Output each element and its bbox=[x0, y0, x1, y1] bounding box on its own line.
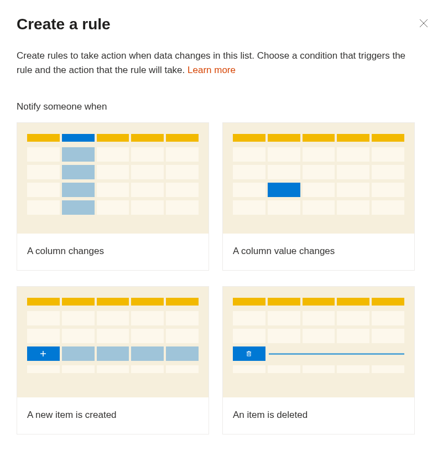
svg-rect-4 bbox=[247, 352, 251, 356]
card-item-deleted[interactable]: An item is deleted bbox=[222, 286, 415, 434]
plus-icon bbox=[27, 346, 60, 361]
illustration-new-item bbox=[17, 287, 209, 397]
illustration-column-value-changes bbox=[223, 123, 414, 234]
learn-more-link[interactable]: Learn more bbox=[187, 65, 236, 75]
illustration-column-changes bbox=[17, 123, 209, 234]
card-label: A column changes bbox=[17, 234, 209, 270]
card-column-changes[interactable]: A column changes bbox=[17, 122, 209, 271]
card-column-value-changes[interactable]: A column value changes bbox=[222, 122, 415, 271]
close-icon bbox=[419, 19, 428, 30]
rule-cards-grid: A column changes A column value changes bbox=[17, 122, 415, 434]
close-button[interactable] bbox=[416, 17, 431, 32]
dialog-title: Create a rule bbox=[17, 15, 111, 33]
dialog-description: Create rules to take action when data ch… bbox=[17, 49, 415, 77]
illustration-item-deleted bbox=[223, 287, 414, 397]
trash-icon bbox=[233, 346, 265, 361]
card-label: An item is deleted bbox=[223, 397, 414, 434]
card-label: A column value changes bbox=[223, 234, 414, 270]
card-new-item-created[interactable]: A new item is created bbox=[17, 286, 209, 434]
card-label: A new item is created bbox=[17, 397, 209, 434]
section-heading: Notify someone when bbox=[17, 101, 431, 112]
